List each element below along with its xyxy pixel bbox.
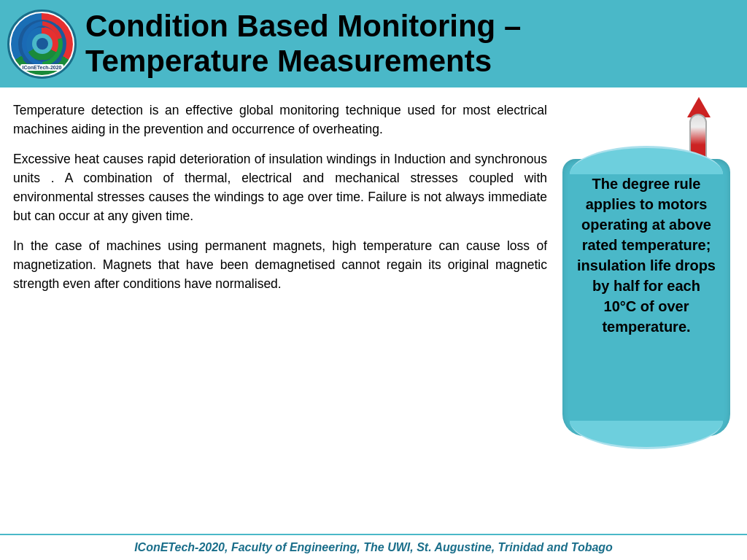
paragraph-2: Excessive heat causes rapid deterioratio… [13,149,547,226]
svg-point-10 [36,38,48,50]
logo: IConETech-2020 [7,9,77,79]
main-content: Temperature detection is an effective gl… [0,88,747,534]
footer: IConETech-2020, Faculty of Engineering, … [0,534,747,560]
scroll-panel: The degree rule applies to motors operat… [559,101,734,526]
header: IConETech-2020 Condition Based Monitorin… [0,0,747,88]
logo-gear-icon [17,18,68,69]
paragraph-1: Temperature detection is an effective gl… [13,101,547,139]
header-title: Condition Based Monitoring – Temperature… [85,9,735,79]
scroll-background: The degree rule applies to motors operat… [562,159,730,436]
page-title: Condition Based Monitoring – Temperature… [85,9,735,79]
scroll-text: The degree rule applies to motors operat… [576,174,717,337]
paragraph-3: In the case of machines using permanent … [13,236,547,294]
slide: IConETech-2020 Condition Based Monitorin… [0,0,747,560]
logo-label: IConETech-2020 [20,64,64,71]
text-area: Temperature detection is an effective gl… [13,101,547,526]
footer-text: IConETech-2020, Faculty of Engineering, … [13,541,734,554]
